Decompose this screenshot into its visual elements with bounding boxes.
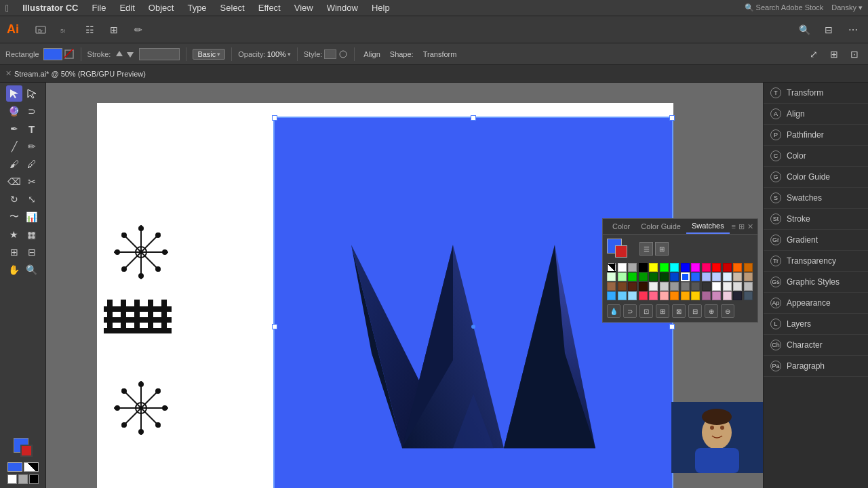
swatch-darkgray[interactable] <box>681 282 690 291</box>
shape-tool-icon[interactable]: ⊡ <box>639 304 653 318</box>
scale-tool[interactable]: ⤡ <box>24 191 40 207</box>
swatch-medgray[interactable] <box>670 282 679 291</box>
panel-transform[interactable]: T Transform <box>764 83 868 104</box>
handle-top-left[interactable] <box>272 115 277 121</box>
stroke-style-selector[interactable]: Basic ▾ <box>193 49 225 60</box>
panel-appearance[interactable]: Ap Appearance <box>764 293 868 314</box>
panel-grid-icon[interactable]: ⊞ <box>738 222 745 231</box>
search-icon[interactable]: 🔍 <box>796 22 812 38</box>
gray-swatch[interactable] <box>18 474 28 484</box>
stroke-input[interactable] <box>139 48 180 60</box>
swatch-hotpink[interactable] <box>639 291 648 300</box>
swatch-black2[interactable] <box>639 282 648 291</box>
panels-icon[interactable]: ⊟ <box>821 22 837 38</box>
canvas-area[interactable]: Color Color Guide Swatches ≡ ⊞ ✕ ☰ <box>46 83 763 488</box>
apple-menu[interactable]:  <box>5 3 9 14</box>
align-button[interactable]: Align <box>361 50 382 58</box>
eraser-tool[interactable]: ⌫ <box>6 174 22 190</box>
delete-tool-icon[interactable]: ⊖ <box>721 304 734 318</box>
expand-icon[interactable]: ⊡ <box>846 46 863 62</box>
tab-color-guide[interactable]: Color Guide <box>635 220 686 233</box>
panel-options[interactable]: ≡ ⊞ ✕ <box>732 222 753 231</box>
user-profile[interactable]: Dansky ▾ <box>831 3 863 12</box>
swatch-gold[interactable] <box>681 291 690 300</box>
tab-swatches[interactable]: Swatches <box>686 219 730 234</box>
stroke-down-icon[interactable] <box>125 49 135 59</box>
swatch-orange[interactable] <box>733 263 742 272</box>
arrange-icon[interactable]: ⤢ <box>806 46 822 62</box>
current-fill-swatch[interactable] <box>7 462 22 472</box>
swatch-salmon[interactable] <box>660 291 669 300</box>
swatch-medblue[interactable] <box>670 272 679 281</box>
hand-tool[interactable]: ✋ <box>6 262 22 278</box>
panel-layers[interactable]: L Layers <box>764 314 868 335</box>
panel-align[interactable]: A Align <box>764 104 868 125</box>
panel-character[interactable]: Ch Character <box>764 335 868 356</box>
swatch-nearblack[interactable] <box>702 282 711 291</box>
stroke-indicator[interactable] <box>615 245 627 258</box>
swatch-deepgreen[interactable] <box>649 272 658 281</box>
none-cell[interactable] <box>607 263 616 272</box>
apply-tool-icon[interactable]: ⊕ <box>705 304 718 318</box>
scissors-tool[interactable]: ✂ <box>24 174 40 190</box>
stock-icon[interactable]: St <box>57 22 73 38</box>
color-fill-stroke[interactable] <box>11 435 35 460</box>
stroke-up-icon[interactable] <box>115 49 124 59</box>
bridge-icon[interactable]: Br <box>33 22 49 38</box>
swatch-darkorange[interactable] <box>744 263 753 272</box>
swatch-lightsky[interactable] <box>618 291 627 300</box>
menu-help[interactable]: Help <box>366 1 395 14</box>
rotate-tool[interactable]: ↻ <box>6 191 22 207</box>
graph-tool[interactable]: 📊 <box>24 209 40 225</box>
swatch-lavender[interactable] <box>712 291 721 300</box>
swatch-yellow[interactable] <box>649 263 658 272</box>
lasso-tool-icon[interactable]: ⊃ <box>623 304 637 318</box>
globe-icon[interactable] <box>338 49 348 59</box>
fill-swatch[interactable] <box>43 48 62 60</box>
panel-gradient[interactable]: Gr Gradient <box>764 230 868 251</box>
swatch-lightgray[interactable] <box>649 282 658 291</box>
type-tool[interactable]: T <box>24 121 40 137</box>
swatch-magenta[interactable] <box>691 263 700 272</box>
swatch-beige[interactable] <box>733 272 742 281</box>
swatch-gray2[interactable] <box>660 282 669 291</box>
swatch-blue2[interactable] <box>691 272 700 281</box>
artboard-tool[interactable]: ⊞ <box>6 244 22 260</box>
panel-pathfinder[interactable]: P Pathfinder <box>764 125 868 146</box>
white-swatch[interactable] <box>7 474 17 484</box>
menu-select[interactable]: Select <box>215 1 250 14</box>
swatch-amber[interactable] <box>670 291 679 300</box>
expand-tool-icon[interactable]: ⊟ <box>688 304 702 318</box>
magic-wand-tool[interactable]: 🔮 <box>6 103 22 119</box>
swatch-navy[interactable] <box>733 291 742 300</box>
symbol-tool[interactable]: ★ <box>6 226 22 243</box>
swatch-offwhite[interactable] <box>723 282 732 291</box>
transform-button[interactable]: Transform <box>420 50 460 58</box>
swatch-rose[interactable] <box>723 291 732 300</box>
document-tab[interactable]: Stream.ai* @ 50% (RGB/GPU Preview) <box>14 70 146 78</box>
panel-graphic-styles[interactable]: Gs Graphic Styles <box>764 272 868 293</box>
swatch-brightblue[interactable] <box>681 272 690 281</box>
panel-color[interactable]: C Color <box>764 146 868 167</box>
list-view-icon[interactable]: ☰ <box>639 242 653 256</box>
merge-tool-icon[interactable]: ⊞ <box>656 304 669 318</box>
pencil-tool[interactable]: ✏ <box>24 138 40 155</box>
panel-stroke[interactable]: St Stroke <box>764 209 868 230</box>
swatch-darkred[interactable] <box>723 263 732 272</box>
brush-tool[interactable]: 🖌 <box>6 156 22 172</box>
panel-paragraph[interactable]: Pa Paragraph <box>764 356 868 377</box>
panel-close-icon[interactable]: ✕ <box>747 222 753 231</box>
swatch-gray[interactable] <box>628 263 637 272</box>
tab-color[interactable]: Color <box>607 220 635 233</box>
transform-controls-icon[interactable]: ⊞ <box>826 46 842 62</box>
menu-edit[interactable]: Edit <box>114 1 140 14</box>
swatch-tan[interactable] <box>744 272 753 281</box>
black-swatch[interactable] <box>29 474 39 484</box>
swatch-brown[interactable] <box>607 282 616 291</box>
swatch-lightgreen2[interactable] <box>618 272 627 281</box>
swatch-pink2[interactable] <box>649 291 658 300</box>
zoom-tool[interactable]: 🔍 <box>24 262 40 278</box>
swatch-green[interactable] <box>660 263 669 272</box>
style-swatch[interactable] <box>324 49 336 59</box>
swatch-blue[interactable] <box>681 263 690 272</box>
